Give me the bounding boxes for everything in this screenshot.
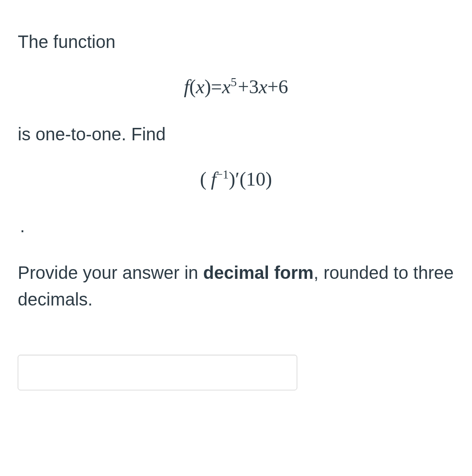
formula-inverse-derivative: ( f−1)′(10) [18,168,454,190]
trailing-dot: . [18,217,454,235]
question-container: The function f(x)=x5 +3x+6 is one-to-one… [18,30,454,390]
intro-text: The function [18,30,454,53]
instruction-text: Provide your answer in decimal form, rou… [18,259,454,313]
mid-text: is one-to-one. Find [18,123,454,146]
formula-function-definition: f(x)=x5 +3x+6 [18,75,454,98]
instruction-pre: Provide your answer in [18,263,203,282]
answer-input[interactable] [18,355,297,390]
instruction-bold: decimal form [203,263,314,282]
